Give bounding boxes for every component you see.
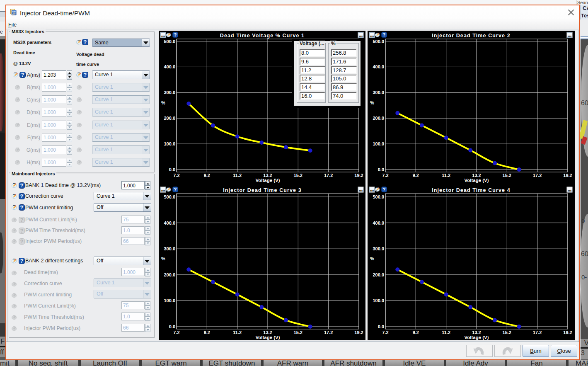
svg-text:?: ? <box>20 205 23 211</box>
svg-text:?: ? <box>174 32 177 37</box>
svg-text:Voltage (V): Voltage (V) <box>464 178 489 183</box>
svg-text:Injector Dead Time Curve 2: Injector Dead Time Curve 2 <box>432 33 511 39</box>
svg-text:9.2: 9.2 <box>413 173 419 178</box>
svg-text:9.2: 9.2 <box>413 330 419 335</box>
svg-text:11.2: 11.2 <box>233 330 242 335</box>
svg-text:19.2: 19.2 <box>354 173 363 178</box>
svg-text:100.0: 100.0 <box>373 141 384 146</box>
svg-text:9.2: 9.2 <box>204 173 210 178</box>
svg-text:100.0: 100.0 <box>373 298 384 303</box>
svg-text:13.2: 13.2 <box>263 173 272 178</box>
svg-text:15.2: 15.2 <box>294 173 302 178</box>
svg-text:0.0: 0.0 <box>378 324 384 329</box>
svg-text:500.0: 500.0 <box>164 194 175 199</box>
svg-text:11.2: 11.2 <box>442 330 450 335</box>
svg-text:Voltage (V): Voltage (V) <box>255 178 280 183</box>
svg-text:300.0: 300.0 <box>164 246 175 251</box>
svg-text:15.2: 15.2 <box>503 173 511 178</box>
svg-text:?: ? <box>174 187 177 192</box>
svg-text:0.0: 0.0 <box>378 167 384 172</box>
svg-text:?: ? <box>20 217 23 223</box>
svg-text:Voltage (V): Voltage (V) <box>464 335 489 340</box>
svg-text:300.0: 300.0 <box>373 90 384 95</box>
svg-text:11.2: 11.2 <box>233 173 242 178</box>
svg-text:Dead Time Voltage % Curve 1: Dead Time Voltage % Curve 1 <box>220 33 305 39</box>
svg-text:?: ? <box>383 32 386 37</box>
svg-text:Injector Dead Time Curve 4: Injector Dead Time Curve 4 <box>432 187 511 193</box>
svg-text:15.2: 15.2 <box>294 330 302 335</box>
svg-text:%: % <box>161 256 165 261</box>
svg-text:400.0: 400.0 <box>373 64 384 69</box>
svg-text:400.0: 400.0 <box>164 221 175 225</box>
svg-text:?: ? <box>20 194 23 199</box>
svg-text:0.0: 0.0 <box>169 324 175 329</box>
svg-text:13.2: 13.2 <box>263 330 272 335</box>
svg-text:%: % <box>161 100 165 105</box>
svg-text:?: ? <box>383 187 386 192</box>
svg-text:500.0: 500.0 <box>373 39 384 44</box>
svg-text:500.0: 500.0 <box>373 194 384 199</box>
svg-text:?: ? <box>84 72 87 78</box>
svg-text:?: ? <box>20 228 23 234</box>
svg-text:9.2: 9.2 <box>204 330 210 335</box>
svg-text:?: ? <box>20 239 23 245</box>
svg-text:13.2: 13.2 <box>472 330 481 335</box>
svg-text:17.2: 17.2 <box>533 330 542 335</box>
svg-text:400.0: 400.0 <box>164 64 175 69</box>
svg-text:200.0: 200.0 <box>164 272 175 277</box>
svg-text:%: % <box>370 100 374 105</box>
svg-text:?: ? <box>20 258 23 264</box>
svg-text:7.2: 7.2 <box>382 173 388 178</box>
svg-text:11.2: 11.2 <box>442 173 450 178</box>
svg-text:400.0: 400.0 <box>373 221 384 225</box>
svg-text:17.2: 17.2 <box>324 173 333 178</box>
svg-text:19.2: 19.2 <box>354 330 363 335</box>
svg-text:?: ? <box>84 39 87 45</box>
svg-text:200.0: 200.0 <box>373 272 384 277</box>
svg-text:7.2: 7.2 <box>173 330 179 335</box>
svg-text:Injector Dead Time Curve 3: Injector Dead Time Curve 3 <box>223 187 302 193</box>
svg-text:200.0: 200.0 <box>373 116 384 121</box>
svg-text:100.0: 100.0 <box>164 298 175 303</box>
svg-text:0.0: 0.0 <box>169 167 175 172</box>
svg-text:15.2: 15.2 <box>503 330 511 335</box>
svg-text:17.2: 17.2 <box>324 330 333 335</box>
svg-text:100.0: 100.0 <box>164 141 175 146</box>
svg-text:19.2: 19.2 <box>563 173 572 178</box>
svg-text:17.2: 17.2 <box>533 173 542 178</box>
svg-text:13.2: 13.2 <box>472 173 481 178</box>
svg-text:300.0: 300.0 <box>164 90 175 95</box>
svg-text:200.0: 200.0 <box>164 116 175 121</box>
svg-text:7.2: 7.2 <box>173 173 179 178</box>
svg-text:19.2: 19.2 <box>563 330 572 335</box>
svg-text:%: % <box>370 256 374 261</box>
svg-text:Voltage (V): Voltage (V) <box>255 335 280 340</box>
svg-text:500.0: 500.0 <box>164 39 175 44</box>
svg-text:7.2: 7.2 <box>382 330 388 335</box>
svg-text:300.0: 300.0 <box>373 246 384 251</box>
svg-text:?: ? <box>20 183 23 189</box>
